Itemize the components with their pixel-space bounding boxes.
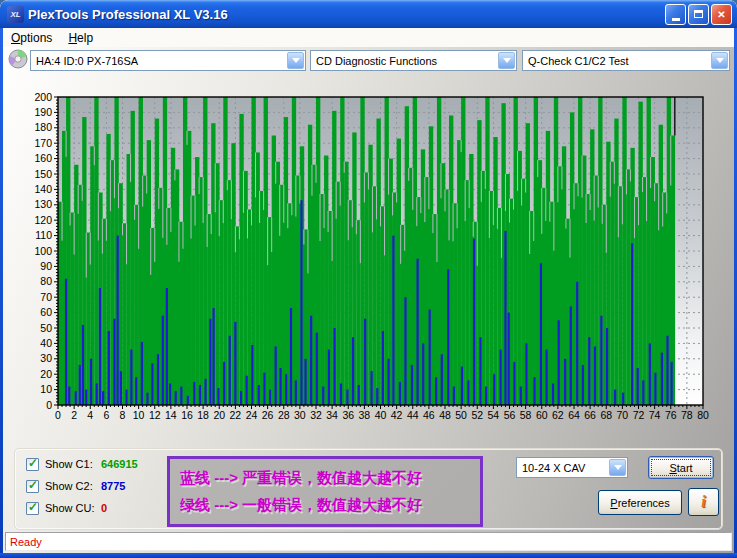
svg-text:200: 200	[34, 91, 52, 103]
svg-text:0: 0	[55, 409, 61, 421]
app-icon: XL	[7, 6, 24, 23]
check-icon: ✓	[28, 456, 38, 470]
svg-text:40: 40	[375, 409, 387, 421]
svg-text:54: 54	[488, 409, 500, 421]
minimize-icon	[672, 18, 680, 21]
check-icon: ✓	[28, 478, 38, 492]
preferences-button[interactable]: Preferences	[598, 490, 682, 515]
svg-text:20: 20	[40, 368, 52, 380]
titlebar: XL PlexTools Professional XL V3.16 ✕	[0, 0, 737, 28]
svg-text:6: 6	[103, 409, 109, 421]
svg-text:20: 20	[213, 409, 225, 421]
svg-text:30: 30	[294, 409, 306, 421]
window-title: PlexTools Professional XL V3.16	[28, 7, 663, 22]
svg-text:170: 170	[34, 137, 52, 149]
svg-text:0: 0	[46, 399, 52, 411]
function-group-select[interactable]: CD Diagnostic Functions	[310, 50, 517, 71]
show-c2-checkbox[interactable]: ✓	[26, 480, 39, 493]
chevron-down-icon[interactable]	[498, 52, 515, 69]
c2-count: 8775	[101, 480, 125, 492]
menu-help[interactable]: Help	[60, 29, 101, 47]
close-icon: ✕	[717, 9, 725, 20]
svg-text:120: 120	[34, 214, 52, 226]
svg-text:56: 56	[504, 409, 516, 421]
svg-text:26: 26	[262, 409, 274, 421]
svg-text:90: 90	[40, 260, 52, 272]
show-c2-label: Show C2:	[45, 480, 101, 492]
maximize-button[interactable]	[688, 4, 709, 25]
svg-text:8: 8	[120, 409, 126, 421]
cd-disc-icon	[8, 49, 28, 69]
show-cu-label: Show CU:	[45, 502, 101, 514]
svg-text:60: 60	[536, 409, 548, 421]
menu-options[interactable]: Options	[3, 29, 60, 47]
svg-text:18: 18	[197, 409, 209, 421]
svg-text:40: 40	[40, 337, 52, 349]
show-cu-row: ✓ Show CU: 0	[26, 500, 107, 516]
show-cu-checkbox[interactable]: ✓	[26, 502, 39, 515]
svg-text:78: 78	[681, 409, 693, 421]
svg-text:50: 50	[40, 322, 52, 334]
status-text: Ready	[10, 536, 42, 548]
svg-text:4: 4	[87, 409, 93, 421]
close-button[interactable]: ✕	[711, 4, 732, 25]
svg-text:22: 22	[230, 409, 242, 421]
svg-text:28: 28	[278, 409, 290, 421]
svg-text:10: 10	[133, 409, 145, 421]
svg-text:70: 70	[617, 409, 629, 421]
svg-text:68: 68	[600, 409, 612, 421]
svg-text:38: 38	[359, 409, 371, 421]
info-icon: i	[701, 493, 705, 511]
toolbar: HA:4 ID:0 PX-716SA CD Diagnostic Functio…	[3, 47, 734, 73]
error-rate-chart: 0246810121416182022242628303234363840424…	[28, 86, 712, 428]
svg-text:70: 70	[40, 291, 52, 303]
svg-text:62: 62	[552, 409, 564, 421]
svg-text:32: 32	[310, 409, 322, 421]
svg-text:58: 58	[520, 409, 532, 421]
svg-text:2: 2	[71, 409, 77, 421]
legend-line-green: 绿线 ---> 一般错误，数值越大越不好	[180, 496, 470, 515]
svg-text:12: 12	[149, 409, 161, 421]
svg-text:48: 48	[439, 409, 451, 421]
show-c1-checkbox[interactable]: ✓	[26, 458, 39, 471]
info-button[interactable]: i	[688, 488, 719, 516]
svg-text:180: 180	[34, 121, 52, 133]
svg-text:64: 64	[568, 409, 580, 421]
svg-text:34: 34	[326, 409, 338, 421]
svg-text:140: 140	[34, 183, 52, 195]
drive-select[interactable]: HA:4 ID:0 PX-716SA	[30, 50, 306, 71]
svg-text:80: 80	[40, 275, 52, 287]
menubar: Options Help	[3, 28, 734, 47]
svg-text:60: 60	[40, 306, 52, 318]
svg-text:30: 30	[40, 352, 52, 364]
speed-select[interactable]: 10-24 X CAV	[516, 457, 628, 478]
show-c1-row: ✓ Show C1: 646915	[26, 456, 138, 472]
show-c2-row: ✓ Show C2: 8775	[26, 478, 125, 494]
svg-text:44: 44	[407, 409, 419, 421]
statusbar: Ready	[5, 532, 732, 551]
svg-text:110: 110	[35, 229, 52, 241]
svg-text:130: 130	[34, 198, 52, 210]
svg-text:42: 42	[391, 409, 403, 421]
legend-note-box: 蓝线 ---> 严重错误，数值越大越不好 绿线 ---> 一般错误，数值越大越不…	[167, 456, 483, 527]
chevron-down-icon[interactable]	[287, 52, 304, 69]
svg-text:52: 52	[471, 409, 483, 421]
chevron-down-icon[interactable]	[609, 459, 626, 476]
minimize-button[interactable]	[665, 4, 686, 25]
app-window: XL PlexTools Professional XL V3.16 ✕ Opt…	[0, 0, 737, 558]
svg-text:14: 14	[165, 409, 177, 421]
svg-text:66: 66	[584, 409, 596, 421]
start-button[interactable]: Start	[648, 456, 714, 479]
svg-text:160: 160	[34, 152, 52, 164]
svg-text:76: 76	[665, 409, 677, 421]
svg-text:24: 24	[246, 409, 258, 421]
chevron-down-icon[interactable]	[711, 52, 728, 69]
test-select[interactable]: Q-Check C1/C2 Test	[522, 50, 730, 71]
show-c1-label: Show C1:	[45, 458, 101, 470]
check-icon: ✓	[28, 500, 38, 514]
svg-text:80: 80	[697, 409, 709, 421]
window-border-bottom	[0, 553, 737, 558]
cu-count: 0	[101, 502, 107, 514]
svg-text:16: 16	[181, 409, 193, 421]
svg-text:50: 50	[455, 409, 467, 421]
